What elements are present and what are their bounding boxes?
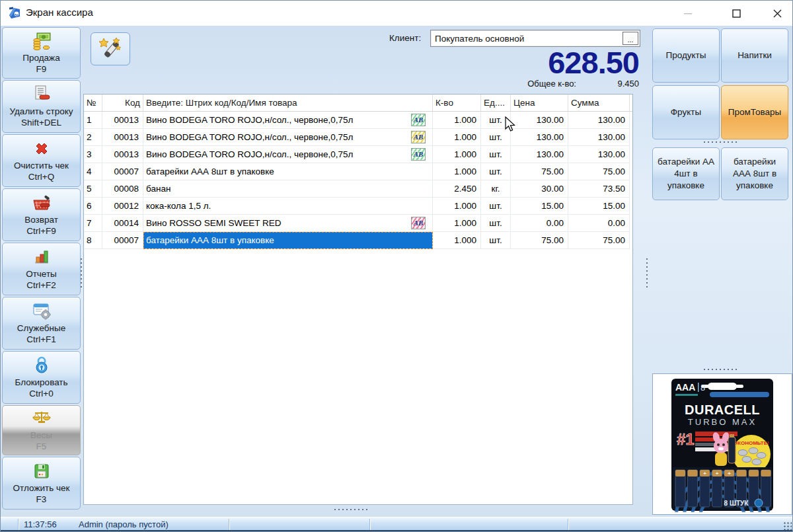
cell-code: 00013 — [102, 146, 143, 163]
sidebar-item-hotkey: Shift+DEL — [21, 117, 61, 128]
category-button-fruits[interactable]: Фрукты — [652, 85, 720, 139]
minimize-button[interactable] — [673, 1, 702, 26]
scales-icon — [32, 408, 52, 428]
table-row[interactable]: 700014Вино ROSSO SEMI SWEET REDАВ1.000шт… — [84, 215, 632, 232]
cell-unit: кг. — [481, 180, 511, 198]
client-browse-button[interactable]: ... — [623, 32, 638, 45]
sidebar-item-label: Удалить строку — [9, 106, 73, 117]
return-basket-icon — [31, 193, 52, 213]
table-row[interactable]: 300013Вино BODEGA TORO ROJO,н/сол., черв… — [84, 146, 632, 163]
product-label: батарейки АА 4шт в упаковке — [656, 156, 716, 192]
category-splitter[interactable] — [704, 141, 738, 143]
table-row[interactable]: 500008банан2.450кг.30.0073.50 — [84, 180, 632, 198]
cell-code: 00012 — [102, 198, 143, 215]
cell-sum: 75.00 — [568, 163, 630, 180]
table-row[interactable]: 200013Вино BODEGA TORO ROJO,н/сол., черв… — [84, 129, 632, 146]
cell-num: 4 — [84, 163, 102, 180]
sidebar-item-sale[interactable]: Продажа F9 — [2, 27, 81, 79]
sidebar-item-reports[interactable]: Отчеты Ctrl+F2 — [2, 243, 81, 295]
sidebar-item-hotkey: Ctrl+F1 — [26, 334, 56, 345]
sidebar-item-label: Отложить чек — [13, 482, 70, 494]
window-title: Экран кассира — [26, 7, 93, 18]
product-button-aa-4[interactable]: батарейки АА 4шт в упаковке — [652, 147, 720, 200]
excise-stamp-icon: АВ — [411, 131, 426, 143]
total-quantity-label: Общее к-во: — [527, 79, 576, 89]
cell-price: 130.00 — [511, 146, 568, 163]
category-button-drinks[interactable]: Напитки — [721, 28, 788, 83]
main-bottom-splitter[interactable] — [334, 508, 369, 511]
cell-name: Вино BODEGA TORO ROJO,н/сол., червоне,0,… — [143, 112, 433, 129]
product-button-aaa-8[interactable]: батарейки ААА 8шт в упаковке — [721, 147, 788, 200]
window-resize-grip[interactable] — [783, 521, 792, 530]
maximize-button[interactable] — [722, 1, 751, 26]
image-splitter[interactable] — [704, 368, 738, 371]
sidebar-item-hotkey: Ctrl+0 — [29, 388, 53, 399]
table-body: 100013Вино BODEGA TORO ROJO,н/сол., черв… — [84, 112, 632, 249]
total-quantity-value: 9.450 — [576, 79, 639, 89]
table-row[interactable]: 400007батарейки ААА 8шт в упаковке1.000ш… — [84, 163, 632, 180]
client-label: Клиент: — [389, 33, 421, 43]
receipt-grid: № Код Введите: Штрих код/Код/Имя товара … — [83, 94, 633, 505]
product-image-box: AAA 8 DURACELL TURBO MAX #1 ЭКОНОМЬТЕ! — [652, 373, 792, 515]
duracell-package-image: AAA 8 DURACELL TURBO MAX #1 ЭКОНОМЬТЕ! — [670, 376, 774, 512]
cell-num: 1 — [84, 112, 102, 129]
category-button-promtovary[interactable]: ПромТовары — [721, 85, 788, 139]
cell-qty: 1.000 — [433, 163, 481, 180]
sidebar-item-hotkey: Ctrl+Q — [28, 171, 54, 182]
sidebar-item-return[interactable]: Возврат Ctrl+F9 — [2, 188, 81, 241]
sidebar-item-lock[interactable]: Блокировать Ctrl+0 — [2, 351, 81, 404]
cell-price: 75.00 — [511, 163, 568, 180]
close-button[interactable] — [763, 1, 792, 26]
cell-qty: 1.000 — [433, 198, 481, 215]
cell-name: кока-кола 1,5 л. — [143, 198, 433, 215]
cell-unit: шт. — [481, 232, 511, 249]
category-label: Напитки — [737, 50, 772, 61]
cell-sum: 73.50 — [568, 180, 630, 198]
product-label: батарейки ААА 8шт в упаковке — [724, 156, 785, 192]
magic-wand-icon — [97, 36, 124, 61]
sidebar-item-hold-receipt[interactable]: Отложить чек F3 — [2, 457, 81, 510]
delete-row-icon — [32, 85, 51, 104]
excise-stamp-icon: АВ — [411, 217, 426, 229]
sidebar-item-label: Очистить чек — [14, 160, 69, 171]
status-time: 11:37:56 — [24, 519, 57, 529]
sidebar-item-scales[interactable]: Весы F5 — [2, 405, 81, 455]
excise-stamp-icon: АВ — [411, 148, 426, 161]
sidebar-item-delete-row[interactable]: Удалить строку Shift+DEL — [2, 80, 81, 133]
table-row[interactable]: 600012кока-кола 1,5 л.1.000шт.15.0015.00 — [84, 198, 632, 215]
cell-unit: шт. — [481, 146, 511, 163]
status-separator — [369, 519, 370, 530]
save-floppy-icon — [34, 461, 50, 481]
sidebar-item-hotkey: Ctrl+F9 — [26, 225, 56, 237]
main-right-splitter[interactable] — [646, 257, 648, 287]
status-separator — [18, 519, 19, 530]
cell-sum: 75.00 — [568, 232, 630, 249]
title-bar: Экран кассира — [1, 1, 792, 26]
receipt-total: 628.50 — [309, 44, 639, 81]
sidebar-item-service[interactable]: Служебные Ctrl+F1 — [2, 297, 81, 350]
cell-name: Вино ROSSO SEMI SWEET REDАВ — [143, 215, 433, 232]
sidebar-splitter[interactable] — [80, 257, 83, 287]
cell-qty: 2.450 — [433, 180, 481, 198]
minimize-icon — [684, 9, 692, 17]
sidebar-item-label: Служебные — [17, 323, 65, 334]
client-value: Покупатель основной — [431, 34, 623, 44]
app-icon — [7, 6, 22, 20]
sidebar-item-clear-receipt[interactable]: Очистить чек Ctrl+Q — [2, 134, 81, 187]
category-button-products[interactable]: Продукты — [652, 28, 720, 83]
table-row[interactable]: 100013Вино BODEGA TORO ROJO,н/сол., черв… — [84, 112, 632, 129]
col-header-code: Код — [102, 95, 143, 111]
cell-price: 130.00 — [511, 129, 568, 146]
discount-wand-button[interactable] — [91, 32, 130, 65]
category-label: ПромТовары — [728, 106, 781, 118]
svg-text:#1: #1 — [677, 430, 695, 448]
bar-chart-icon — [33, 247, 50, 267]
cell-unit: шт. — [481, 198, 511, 215]
col-header-price: Цена — [511, 95, 568, 111]
sidebar-item-label: Возврат — [24, 214, 58, 225]
col-header-num: № — [84, 95, 102, 111]
table-row[interactable]: 800007батарейки ААА 8шт в упаковке1.000ш… — [84, 232, 632, 249]
total-quantity-row: Общее к-во: 9.450 — [375, 79, 639, 89]
sidebar-item-label: Блокировать — [15, 377, 67, 388]
maximize-icon — [732, 9, 741, 18]
